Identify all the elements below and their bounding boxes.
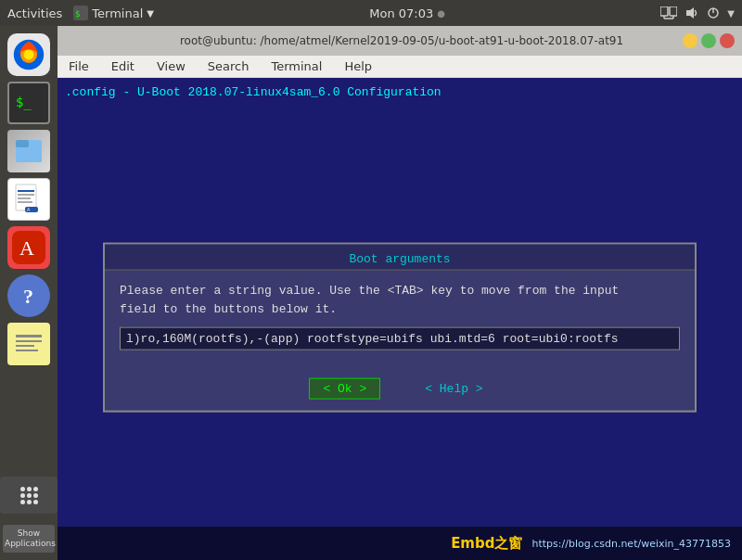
writer-icon: A [12, 183, 45, 216]
svg-text:$: $ [75, 9, 80, 19]
terminal-label: Terminal [92, 6, 143, 20]
sidebar-item-help[interactable]: ? [7, 274, 50, 317]
terminal-dropdown-icon[interactable]: ▼ [147, 8, 154, 19]
sidebar-item-appstore[interactable]: A [7, 226, 50, 269]
svg-point-12 [24, 50, 34, 60]
menu-file[interactable]: File [65, 57, 93, 75]
sidebar-item-notes[interactable] [7, 323, 50, 365]
svg-rect-19 [18, 190, 34, 192]
dialog-box: Boot arguments Please enter a string val… [103, 243, 697, 413]
sidebar-item-terminal[interactable]: $_ [7, 82, 50, 124]
top-bar: Activities $ Terminal ▼ Mon 07:03 ● [0, 0, 742, 26]
terminal-sidebar-icon: $_ [12, 86, 45, 120]
menu-view[interactable]: View [153, 57, 189, 75]
network-icon [660, 6, 677, 19]
show-apps-label[interactable]: Show Applications [3, 525, 55, 553]
window-controls [683, 33, 735, 48]
svg-rect-3 [670, 6, 677, 16]
help-icon: ? [12, 279, 45, 312]
dialog-input[interactable] [120, 327, 680, 350]
main-layout: $_ A A [0, 26, 742, 560]
terminal-title: root@ubuntu: /home/atmel/Kernel2019-09-0… [121, 34, 683, 47]
svg-rect-33 [16, 350, 38, 351]
svg-rect-17 [16, 147, 42, 162]
volume-icon [684, 6, 699, 19]
sidebar-item-files[interactable] [7, 130, 50, 172]
power-dropdown-icon[interactable]: ▼ [727, 8, 735, 19]
dialog-body: Please enter a string value. Use the <TA… [105, 271, 695, 371]
close-button[interactable] [720, 33, 735, 48]
menu-bar: File Edit View Search Terminal Help [58, 56, 742, 78]
dialog-input-row [120, 327, 680, 350]
terminal-window-area: root@ubuntu: /home/atmel/Kernel2019-09-0… [58, 26, 742, 560]
svg-rect-20 [18, 194, 34, 196]
terminal-content: .config - U-Boot 2018.07-linux4sam_6.0 C… [58, 78, 742, 560]
sidebar: $_ A A [0, 26, 58, 560]
terminal-topbar-icon: $ [73, 6, 88, 20]
activities-button[interactable]: Activities [7, 6, 62, 20]
apps-grid-dots [20, 487, 38, 504]
show-apps-grid-btn[interactable] [0, 477, 58, 514]
svg-rect-31 [16, 340, 42, 342]
svg-text:?: ? [23, 285, 33, 308]
terminal-title-bar: root@ubuntu: /home/atmel/Kernel2019-09-0… [58, 26, 742, 56]
power-icon[interactable] [707, 6, 720, 19]
menu-edit[interactable]: Edit [108, 57, 138, 75]
dialog-ok-button[interactable]: < Ok > [309, 378, 380, 400]
svg-rect-2 [660, 6, 668, 16]
dialog-body-line1: Please enter a string value. Use the <TA… [120, 282, 680, 300]
menu-help[interactable]: Help [340, 57, 376, 75]
svg-rect-21 [18, 197, 31, 199]
sidebar-item-writer[interactable]: A [7, 178, 50, 221]
svg-rect-30 [16, 335, 42, 337]
config-title: .config - U-Boot 2018.07-linux4sam_6.0 C… [65, 85, 735, 99]
terminal-indicator: $ Terminal ▼ [73, 6, 154, 20]
svg-marker-7 [686, 7, 694, 19]
svg-rect-16 [16, 140, 29, 147]
svg-text:A: A [19, 236, 34, 260]
maximize-button[interactable] [701, 33, 716, 48]
files-icon [12, 134, 45, 168]
dialog-title: Boot arguments [105, 245, 695, 271]
menu-search[interactable]: Search [204, 57, 253, 75]
svg-rect-29 [12, 327, 45, 361]
svg-rect-22 [18, 201, 32, 203]
notes-icon [12, 327, 45, 361]
clock-display: Mon 07:03 [369, 6, 433, 20]
dialog-help-button[interactable]: < Help > [417, 378, 490, 400]
show-apps-area[interactable]: Show Applications [0, 473, 58, 560]
sidebar-item-firefox[interactable] [7, 33, 50, 76]
clock-dot: ● [437, 8, 445, 19]
firefox-icon [12, 38, 45, 71]
minimize-button[interactable] [683, 33, 697, 48]
dialog-buttons: < Ok > < Help > [105, 371, 695, 411]
appstore-icon: A [12, 231, 45, 264]
dialog-body-line2: field to the buttons below it. [120, 299, 680, 318]
menu-terminal[interactable]: Terminal [267, 57, 326, 75]
svg-text:$_: $_ [16, 95, 32, 110]
svg-rect-32 [16, 345, 34, 347]
